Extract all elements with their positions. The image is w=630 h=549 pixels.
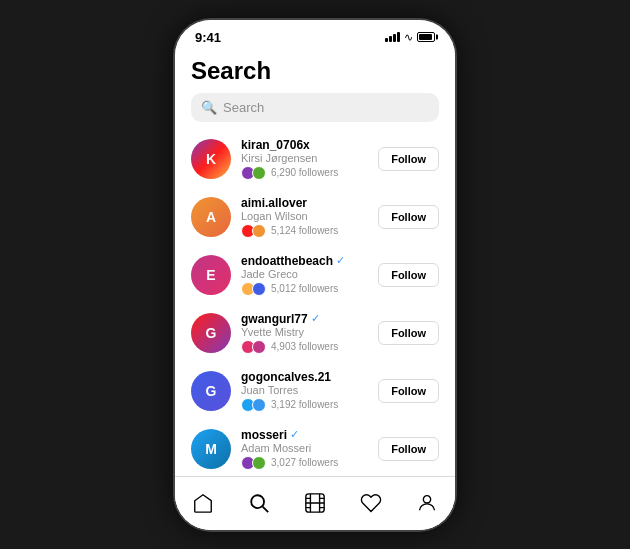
user-info: aimi.allover Logan Wilson 5,124 follower… [241,196,368,238]
display-name: Adam Mosseri [241,442,368,454]
avatar: G [191,371,231,411]
username-row: mosseri ✓ [241,428,368,442]
username: gwangurl77 [241,312,308,326]
micro-avatars [241,340,263,354]
user-item: M mosseri ✓ Adam Mosseri 3,027 followers… [175,420,455,476]
user-item: A aimi.allover Logan Wilson 5,124 follow… [175,188,455,246]
username-row: endoatthebeach ✓ [241,254,368,268]
nav-reels[interactable] [297,485,333,521]
avatar: G [191,313,231,353]
avatar: E [191,255,231,295]
micro-avatars [241,456,263,470]
display-name: Jade Greco [241,268,368,280]
display-name: Yvette Mistry [241,326,368,338]
user-info: kiran_0706x Kirsi Jørgensen 6,290 follow… [241,138,368,180]
nav-home[interactable] [185,485,221,521]
username-row: gogoncalves.21 [241,370,368,384]
wifi-icon: ∿ [404,31,413,44]
svg-line-1 [263,506,269,512]
username-row: gwangurl77 ✓ [241,312,368,326]
users-list: K kiran_0706x Kirsi Jørgensen 6,290 foll… [175,130,455,476]
followers-row: 3,192 followers [241,398,368,412]
followers-row: 5,012 followers [241,282,368,296]
display-name: Juan Torres [241,384,368,396]
screen: Search 🔍 Search K kiran_0706x Kirsi Jørg… [175,49,455,530]
search-bar[interactable]: 🔍 Search [191,93,439,122]
followers-count: 4,903 followers [271,341,338,352]
follow-button[interactable]: Follow [378,437,439,461]
display-name: Logan Wilson [241,210,368,222]
status-time: 9:41 [195,30,221,45]
user-item: G gogoncalves.21 Juan Torres 3,192 follo… [175,362,455,420]
verified-icon: ✓ [290,428,299,441]
nav-search[interactable] [241,485,277,521]
user-item: K kiran_0706x Kirsi Jørgensen 6,290 foll… [175,130,455,188]
follow-button[interactable]: Follow [378,205,439,229]
user-info: gogoncalves.21 Juan Torres 3,192 followe… [241,370,368,412]
micro-avatar [252,456,266,470]
status-bar: 9:41 ∿ [175,20,455,49]
micro-avatars [241,398,263,412]
follow-button[interactable]: Follow [378,147,439,171]
username-row: kiran_0706x [241,138,368,152]
username: mosseri [241,428,287,442]
followers-count: 6,290 followers [271,167,338,178]
user-info: gwangurl77 ✓ Yvette Mistry 4,903 followe… [241,312,368,354]
phone-frame: 9:41 ∿ Search 🔍 Search K ki [175,20,455,530]
micro-avatar [252,224,266,238]
battery-icon [417,32,435,42]
verified-icon: ✓ [336,254,345,267]
follow-button[interactable]: Follow [378,263,439,287]
username: aimi.allover [241,196,307,210]
followers-row: 5,124 followers [241,224,368,238]
svg-point-0 [251,495,264,508]
avatar: K [191,139,231,179]
username: gogoncalves.21 [241,370,331,384]
avatar: M [191,429,231,469]
svg-point-3 [423,495,430,502]
search-icon: 🔍 [201,100,217,115]
username-row: aimi.allover [241,196,368,210]
username: kiran_0706x [241,138,310,152]
user-item: E endoatthebeach ✓ Jade Greco 5,012 foll… [175,246,455,304]
micro-avatar [252,340,266,354]
username: endoatthebeach [241,254,333,268]
display-name: Kirsi Jørgensen [241,152,368,164]
micro-avatars [241,282,263,296]
verified-icon: ✓ [311,312,320,325]
search-placeholder: Search [223,100,264,115]
followers-row: 3,027 followers [241,456,368,470]
follow-button[interactable]: Follow [378,321,439,345]
avatar: A [191,197,231,237]
micro-avatars [241,224,263,238]
followers-count: 3,027 followers [271,457,338,468]
followers-row: 6,290 followers [241,166,368,180]
micro-avatar [252,282,266,296]
header: Search 🔍 Search [175,49,455,130]
page-title: Search [191,57,439,85]
micro-avatar [252,398,266,412]
status-icons: ∿ [385,31,435,44]
follow-button[interactable]: Follow [378,379,439,403]
bottom-nav [175,476,455,530]
followers-count: 5,012 followers [271,283,338,294]
nav-profile[interactable] [409,485,445,521]
followers-row: 4,903 followers [241,340,368,354]
user-item: G gwangurl77 ✓ Yvette Mistry 4,903 follo… [175,304,455,362]
user-info: endoatthebeach ✓ Jade Greco 5,012 follow… [241,254,368,296]
micro-avatars [241,166,263,180]
nav-likes[interactable] [353,485,389,521]
followers-count: 3,192 followers [271,399,338,410]
signal-icon [385,32,400,42]
user-info: mosseri ✓ Adam Mosseri 3,027 followers [241,428,368,470]
followers-count: 5,124 followers [271,225,338,236]
micro-avatar [252,166,266,180]
